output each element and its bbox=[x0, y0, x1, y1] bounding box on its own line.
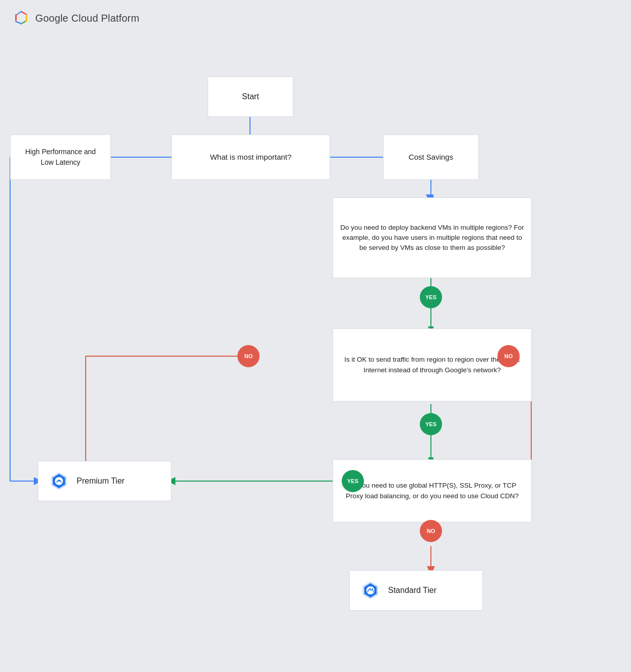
cost-savings-box: Cost Savings bbox=[383, 135, 479, 180]
premium-tier-box: Premium Tier bbox=[38, 461, 171, 501]
header-title: Google Cloud Platform bbox=[35, 13, 140, 24]
q2-no-badge: NO bbox=[497, 345, 520, 367]
standard-tier-box: Standard Tier bbox=[349, 570, 483, 611]
q1-box: Do you need to deploy backend VMs in mul… bbox=[333, 197, 532, 278]
svg-marker-1 bbox=[18, 14, 25, 23]
diagram-area: Start What is most important? High Perfo… bbox=[0, 36, 631, 672]
flow-lines bbox=[0, 36, 631, 672]
q2-yes-badge: YES bbox=[420, 413, 442, 435]
high-perf-box: High Performance and Low Latency bbox=[10, 135, 111, 180]
q3-box: Do you need to use global HTTP(S), SSL P… bbox=[333, 459, 532, 522]
question-main-box: What is most important? bbox=[171, 135, 330, 180]
premium-tier-label: Premium Tier bbox=[77, 477, 124, 486]
header: Google Cloud Platform bbox=[0, 0, 631, 36]
q3-yes-badge: YES bbox=[342, 470, 364, 492]
premium-tier-icon bbox=[48, 471, 70, 492]
standard-tier-icon bbox=[360, 580, 381, 601]
gcp-logo-icon bbox=[12, 9, 30, 27]
q3-no-badge: NO bbox=[420, 520, 442, 542]
q1-yes-badge: YES bbox=[420, 286, 442, 308]
start-box: Start bbox=[208, 77, 293, 117]
standard-tier-label: Standard Tier bbox=[388, 586, 436, 595]
svg-point-30 bbox=[58, 481, 60, 482]
q2-left-no-badge: NO bbox=[237, 345, 260, 367]
